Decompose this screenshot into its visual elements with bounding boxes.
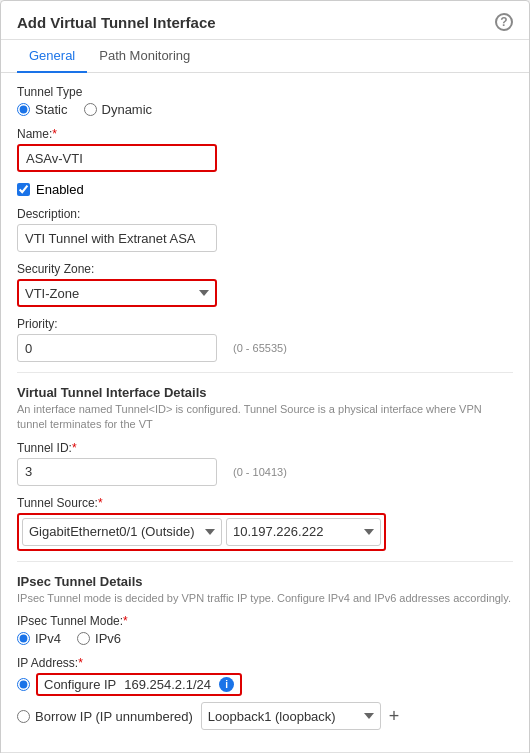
ipsec-mode-ipv4[interactable]: IPv4: [17, 631, 61, 646]
borrow-ip-row: Borrow IP (IP unnumbered) Loopback1 (loo…: [17, 702, 513, 730]
tunnel-id-label: Tunnel ID:*: [17, 441, 513, 455]
ipsec-tunnel-mode-label: IPsec Tunnel Mode:*: [17, 614, 513, 628]
ipsec-mode-ipv4-radio[interactable]: [17, 632, 30, 645]
security-zone-group: Security Zone: VTI-Zone: [17, 262, 513, 307]
tunnel-type-static[interactable]: Static: [17, 102, 68, 117]
tunnel-type-static-radio[interactable]: [17, 103, 30, 116]
name-group: Name:*: [17, 127, 513, 172]
tunnel-source-group: Tunnel Source:* GigabitEthernet0/1 (Outs…: [17, 496, 513, 551]
tunnel-type-group: Tunnel Type Static Dynamic: [17, 85, 513, 117]
description-input[interactable]: [17, 224, 217, 252]
tunnel-id-group: Tunnel ID:* (0 - 10413): [17, 441, 513, 486]
tunnel-type-dynamic-radio[interactable]: [84, 103, 97, 116]
add-virtual-tunnel-dialog: Add Virtual Tunnel Interface ? General P…: [0, 0, 530, 753]
ipsec-mode-ipv4-label: IPv4: [35, 631, 61, 646]
tunnel-source-interface-select[interactable]: GigabitEthernet0/1 (Outside): [22, 518, 222, 546]
tab-path-monitoring[interactable]: Path Monitoring: [87, 40, 202, 73]
divider-2: [17, 561, 513, 562]
security-zone-select[interactable]: VTI-Zone: [17, 279, 217, 307]
tunnel-id-input[interactable]: [17, 458, 217, 486]
borrow-ip-label: Borrow IP (IP unnumbered): [35, 709, 193, 724]
dialog-body: Tunnel Type Static Dynamic Name:*: [1, 73, 529, 752]
tunnel-type-radio-group: Static Dynamic: [17, 102, 513, 117]
tunnel-type-label: Tunnel Type: [17, 85, 513, 99]
priority-input[interactable]: [17, 334, 217, 362]
tab-general[interactable]: General: [17, 40, 87, 73]
ip-address-label: IP Address:*: [17, 656, 513, 670]
divider-1: [17, 372, 513, 373]
tabs-container: General Path Monitoring: [1, 40, 529, 73]
borrow-ip-add-icon[interactable]: +: [389, 706, 400, 727]
tunnel-type-dynamic-label: Dynamic: [102, 102, 153, 117]
configure-ip-row: Configure IP 169.254.2.1/24 i: [17, 673, 513, 696]
dialog-title: Add Virtual Tunnel Interface: [17, 14, 216, 31]
description-label: Description:: [17, 207, 513, 221]
vti-details-desc: An interface named Tunnel<ID> is configu…: [17, 402, 513, 433]
ip-address-group: IP Address:* Configure IP 169.254.2.1/24…: [17, 656, 513, 730]
configure-ip-value: 169.254.2.1/24: [124, 677, 211, 692]
tunnel-id-hint: (0 - 10413): [233, 466, 287, 478]
priority-hint: (0 - 65535): [233, 342, 287, 354]
borrow-ip-radio[interactable]: [17, 710, 30, 723]
ipsec-mode-ipv6[interactable]: IPv6: [77, 631, 121, 646]
enabled-checkbox[interactable]: [17, 183, 30, 196]
tunnel-type-static-label: Static: [35, 102, 68, 117]
configure-ip-label: Configure IP: [44, 677, 116, 692]
dialog-header: Add Virtual Tunnel Interface ?: [1, 1, 529, 40]
configure-ip-box: Configure IP 169.254.2.1/24 i: [36, 673, 242, 696]
vti-details-title: Virtual Tunnel Interface Details: [17, 385, 513, 400]
tunnel-source-ip-select[interactable]: 10.197.226.222: [226, 518, 381, 546]
security-zone-row: VTI-Zone: [17, 279, 513, 307]
name-label: Name:*: [17, 127, 513, 141]
security-zone-label: Security Zone:: [17, 262, 513, 276]
configure-ip-info-icon[interactable]: i: [219, 677, 234, 692]
configure-ip-radio-label[interactable]: [17, 678, 30, 691]
description-group: Description:: [17, 207, 513, 252]
enabled-row: Enabled: [17, 182, 513, 197]
ipsec-mode-ipv6-radio[interactable]: [77, 632, 90, 645]
tunnel-source-label: Tunnel Source:*: [17, 496, 513, 510]
ipsec-details-desc: IPsec Tunnel mode is decided by VPN traf…: [17, 591, 513, 606]
priority-row: (0 - 65535): [17, 334, 513, 362]
ipsec-mode-radio-group: IPv4 IPv6: [17, 631, 513, 646]
tunnel-source-row: GigabitEthernet0/1 (Outside) 10.197.226.…: [17, 513, 386, 551]
borrow-ip-select[interactable]: Loopback1 (loopback): [201, 702, 381, 730]
priority-label: Priority:: [17, 317, 513, 331]
borrow-ip-radio-label[interactable]: Borrow IP (IP unnumbered): [17, 709, 193, 724]
ipsec-tunnel-mode-group: IPsec Tunnel Mode:* IPv4 IPv6: [17, 614, 513, 646]
name-input[interactable]: [17, 144, 217, 172]
enabled-label: Enabled: [36, 182, 84, 197]
tunnel-type-dynamic[interactable]: Dynamic: [84, 102, 153, 117]
ipsec-mode-ipv6-label: IPv6: [95, 631, 121, 646]
configure-ip-radio[interactable]: [17, 678, 30, 691]
ipsec-details-title: IPsec Tunnel Details: [17, 574, 513, 589]
priority-group: Priority: (0 - 65535): [17, 317, 513, 362]
tunnel-id-row: (0 - 10413): [17, 458, 513, 486]
help-icon[interactable]: ?: [495, 13, 513, 31]
